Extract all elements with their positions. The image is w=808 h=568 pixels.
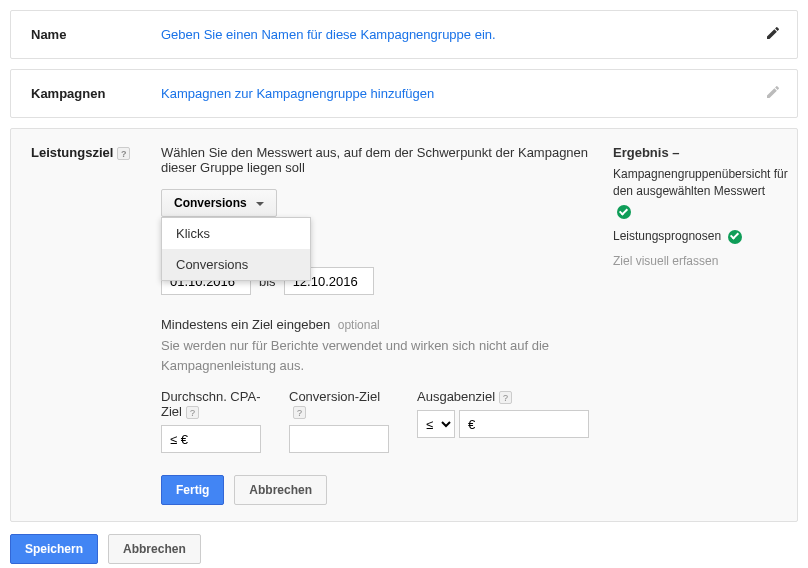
conversion-goal-col: Conversion-Ziel? [289,389,389,453]
metric-dropdown-menu: Klicks Conversions [161,217,311,281]
goals-row: Durchschn. CPA-Ziel? Conversion-Ziel? Au… [161,389,589,453]
name-label: Name [31,27,161,42]
goal-instruction: Wählen Sie den Messwert aus, auf dem der… [161,145,589,175]
help-icon[interactable]: ? [293,406,306,419]
result-forecast: Leistungsprognosen [613,229,803,244]
caret-down-icon [256,202,264,206]
check-icon [617,205,631,219]
name-panel: Name Geben Sie einen Namen für diese Kam… [10,10,798,59]
edit-name-icon[interactable] [765,25,781,44]
help-icon[interactable]: ? [186,406,199,419]
spend-operator-select[interactable]: ≤ [417,410,455,438]
footer-button-row: Speichern Abbrechen [10,534,798,564]
save-button[interactable]: Speichern [10,534,98,564]
cpa-goal-input[interactable] [161,425,261,453]
help-icon[interactable]: ? [499,391,512,404]
metric-option-klicks[interactable]: Klicks [162,218,310,249]
cpa-goal-col: Durchschn. CPA-Ziel? [161,389,261,453]
result-panel: Ergebnis – Kampagnengruppenübersicht für… [613,145,803,268]
result-visual: Ziel visuell erfassen [613,254,803,268]
targets-heading: Mindestens ein Ziel eingeben optional [161,317,589,332]
name-placeholder-link[interactable]: Geben Sie einen Namen für diese Kampagne… [161,27,496,42]
metric-dropdown-button[interactable]: Conversions [161,189,277,217]
campaigns-label: Kampagnen [31,86,161,101]
help-icon[interactable]: ? [117,147,130,160]
metric-selected-label: Conversions [174,196,247,210]
spend-goal-input[interactable] [459,410,589,438]
inner-button-row: Fertig Abbrechen [161,475,589,505]
done-button[interactable]: Fertig [161,475,224,505]
result-title: Ergebnis – [613,145,803,160]
spend-input-wrap: ≤ [417,410,589,438]
performance-goal-panel: Leistungsziel? Wählen Sie den Messwert a… [10,128,798,522]
goal-label-text: Leistungsziel [31,145,113,160]
metric-dropdown: Conversions Klicks Conversions [161,189,277,217]
edit-campaigns-icon [765,84,781,103]
cpa-goal-label: Durchschn. CPA-Ziel? [161,389,261,419]
targets-description: Sie werden nur für Berichte verwendet un… [161,336,589,375]
check-icon [728,230,742,244]
targets-heading-text: Mindestens ein Ziel eingeben [161,317,330,332]
goal-label: Leistungsziel? [31,145,161,160]
conversion-goal-label: Conversion-Ziel? [289,389,389,419]
add-campaigns-link[interactable]: Kampagnen zur Kampagnengruppe hinzufügen [161,86,434,101]
cancel-button[interactable]: Abbrechen [108,534,201,564]
metric-option-conversions[interactable]: Conversions [162,249,310,280]
optional-label: optional [338,318,380,332]
campaigns-panel: Kampagnen Kampagnen zur Kampagnengruppe … [10,69,798,118]
spend-goal-label: Ausgabenziel? [417,389,589,404]
spend-goal-col: Ausgabenziel? ≤ [417,389,589,453]
inner-cancel-button[interactable]: Abbrechen [234,475,327,505]
conversion-goal-input[interactable] [289,425,389,453]
result-overview: Kampagnengruppenübersicht für den ausgew… [613,166,803,200]
